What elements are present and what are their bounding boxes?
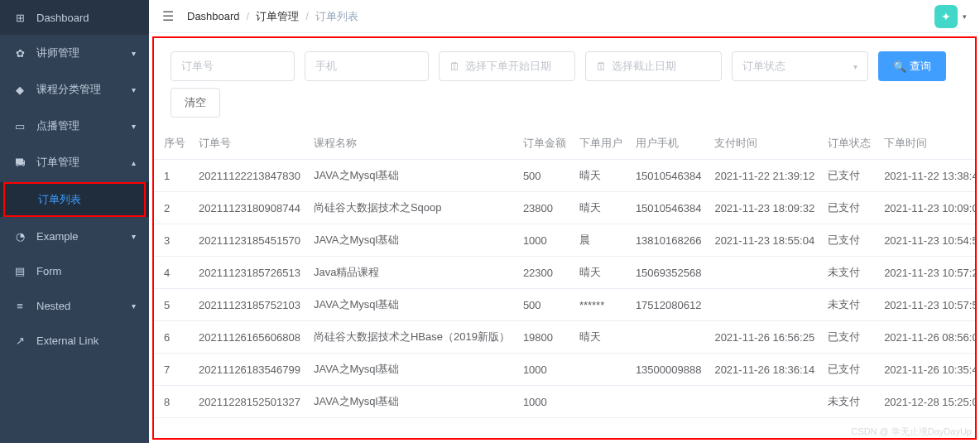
table-cell: 15069352568	[629, 257, 709, 289]
table-cell: 2021-11-26 18:36:14	[708, 354, 821, 386]
table-cell: 已支付	[821, 321, 877, 354]
sidebar-item-label: 课程分类管理	[36, 82, 101, 97]
category-icon: ◆	[13, 83, 26, 96]
table-row[interactable]: 120211122213847830JAVA之Mysql基础500晴天15010…	[154, 160, 975, 192]
table-cell: 晴天	[573, 321, 629, 354]
phone-input[interactable]: 手机	[305, 51, 429, 81]
breadcrumb-item[interactable]: Dashboard	[187, 10, 240, 22]
sidebar-item-dashboard[interactable]: ⊞ Dashboard	[0, 0, 149, 35]
table-cell: 19800	[516, 321, 573, 354]
table-cell: 20211123185752103	[192, 289, 307, 321]
dashboard-icon: ⊞	[13, 11, 26, 24]
table-cell: 2	[154, 192, 192, 224]
table-cell: 2021-11-23 10:57:26	[877, 257, 975, 289]
sidebar-item-teacher[interactable]: ✿ 讲师管理 ▾	[0, 35, 149, 71]
table-cell: 已支付	[821, 354, 877, 386]
button-label: 查询	[910, 59, 931, 74]
status-select[interactable]: 订单状态 ▾	[732, 51, 868, 81]
table-cell: 2021-11-23 10:09:08	[877, 192, 975, 224]
search-icon: 🔍	[893, 60, 906, 73]
table-cell: 尚硅谷大数据技术之HBase（2019新版）	[307, 321, 516, 354]
table-header-cell: 课程名称	[307, 128, 516, 160]
clear-button[interactable]: 清空	[171, 88, 220, 118]
table-cell	[629, 386, 709, 418]
sidebar-item-label: Dashboard	[36, 12, 89, 24]
breadcrumb-current: 订单列表	[315, 9, 358, 24]
table-cell: 20211123180908744	[192, 192, 307, 224]
table-cell: 2021-11-23 10:54:51	[877, 224, 975, 257]
table-cell: 晴天	[573, 257, 629, 289]
sidebar-item-label: 讲师管理	[36, 46, 79, 60]
chevron-down-icon: ▾	[132, 122, 136, 131]
table-cell: 1000	[516, 386, 573, 418]
placeholder: 手机	[315, 59, 337, 74]
sidebar-item-vod[interactable]: ▭ 点播管理 ▾	[0, 108, 149, 144]
sidebar-item-order[interactable]: ⛟ 订单管理 ▴	[0, 144, 149, 181]
table-wrap[interactable]: 序号订单号课程名称订单金额下单用户用户手机支付时间订单状态下单时间 120211…	[154, 128, 975, 438]
table-cell: 已支付	[821, 192, 877, 224]
sidebar-item-external[interactable]: ↗ External Link	[0, 323, 149, 358]
table-row[interactable]: 420211123185726513Java精品课程22300晴天1506935…	[154, 257, 975, 289]
caret-down-icon[interactable]: ▾	[963, 12, 967, 21]
avatar[interactable]: ✦	[934, 5, 958, 28]
calendar-icon: 🗓	[449, 60, 460, 73]
table-header-cell: 订单状态	[821, 128, 877, 160]
table-cell: 5	[154, 289, 192, 321]
table-cell: 23800	[516, 192, 573, 224]
table-cell: 尚硅谷大数据技术之Sqoop	[307, 192, 516, 224]
table-cell: 15010546384	[629, 192, 709, 224]
search-button[interactable]: 🔍 查询	[878, 51, 946, 81]
sidebar: ⊞ Dashboard ✿ 讲师管理 ▾ ◆ 课程分类管理 ▾ ▭ 点播管理 ▾…	[0, 0, 149, 443]
table-cell: 2021-12-28 15:25:01	[877, 386, 975, 418]
sidebar-item-category[interactable]: ◆ 课程分类管理 ▾	[0, 71, 149, 108]
start-date-input[interactable]: 🗓 选择下单开始日期	[439, 51, 575, 81]
table-cell: 2021-11-26 10:35:46	[877, 354, 975, 386]
sidebar-item-nested[interactable]: ≡ Nested ▾	[0, 288, 149, 323]
table-header-cell: 支付时间	[708, 128, 821, 160]
table-cell: 2021-11-23 10:57:52	[877, 289, 975, 321]
table-row[interactable]: 620211126165606808尚硅谷大数据技术之HBase（2019新版）…	[154, 321, 975, 354]
sidebar-item-example[interactable]: ◔ Example ▾	[0, 219, 149, 253]
table-cell: 2021-11-23 18:55:04	[708, 224, 821, 257]
table-cell: 4	[154, 257, 192, 289]
table-row[interactable]: 820211228152501327JAVA之Mysql基础1000未支付202…	[154, 386, 975, 418]
table-cell: 晴天	[573, 160, 629, 192]
table-row[interactable]: 220211123180908744尚硅谷大数据技术之Sqoop23800晴天1…	[154, 192, 975, 224]
sidebar-item-order-list[interactable]: 订单列表	[5, 184, 144, 215]
table-cell: 500	[516, 289, 573, 321]
table-cell: 未支付	[821, 289, 877, 321]
table-cell	[573, 354, 629, 386]
table-cell: 20211122213847830	[192, 160, 307, 192]
table-header-cell: 订单金额	[516, 128, 573, 160]
table-cell: 8	[154, 386, 192, 418]
table-cell: 3	[154, 224, 192, 257]
table-cell: JAVA之Mysql基础	[307, 160, 516, 192]
table-cell	[573, 386, 629, 418]
table-cell: 1000	[516, 224, 573, 257]
table-cell: JAVA之Mysql基础	[307, 289, 516, 321]
sidebar-submenu-order: 订单列表	[0, 182, 149, 217]
table-header-cell: 序号	[154, 128, 192, 160]
calendar-icon: 🗓	[596, 60, 607, 73]
topbar: ☰ Dashboard / 订单管理 / 订单列表 ✦ ▾	[149, 0, 980, 33]
truck-icon: ⛟	[13, 156, 26, 169]
breadcrumb-item[interactable]: 订单管理	[256, 9, 299, 24]
chevron-down-icon: ▾	[853, 62, 858, 71]
nested-icon: ≡	[13, 299, 26, 312]
table-cell: 未支付	[821, 257, 877, 289]
form-icon: ▤	[13, 264, 26, 277]
table-row[interactable]: 320211123185451570JAVA之Mysql基础1000晨13810…	[154, 224, 975, 257]
gear-icon: ✿	[13, 46, 26, 60]
table-cell: ******	[573, 289, 629, 321]
table-cell: 1	[154, 160, 192, 192]
end-date-input[interactable]: 🗓 选择截止日期	[585, 51, 722, 81]
table-row[interactable]: 520211123185752103JAVA之Mysql基础500******1…	[154, 289, 975, 321]
breadcrumb-sep: /	[305, 10, 309, 22]
chevron-up-icon: ▴	[132, 158, 136, 167]
sidebar-item-label: Nested	[36, 300, 70, 312]
order-no-input[interactable]: 订单号	[171, 51, 295, 81]
sidebar-item-label: 订单管理	[36, 155, 79, 170]
hamburger-icon[interactable]: ☰	[162, 8, 174, 24]
table-row[interactable]: 720211126183546799JAVA之Mysql基础1000135000…	[154, 354, 975, 386]
sidebar-item-form[interactable]: ▤ Form	[0, 253, 149, 288]
